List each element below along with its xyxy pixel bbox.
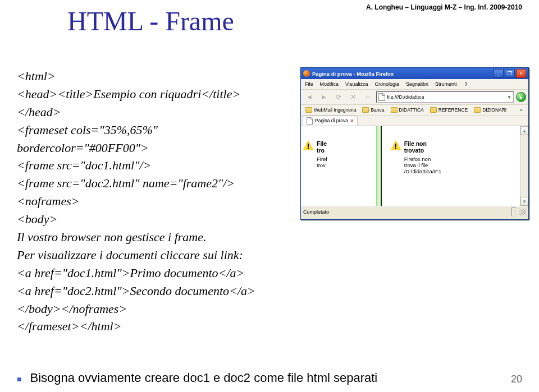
- tabs-row: Pagina di prova ×: [301, 116, 528, 126]
- bookmarks-overflow[interactable]: [518, 106, 526, 114]
- tab[interactable]: Pagina di prova ×: [303, 116, 358, 126]
- window-title: Pagina di prova - Mozilla Firefox: [312, 71, 394, 77]
- warning-heading: File: [317, 140, 327, 147]
- bookmark-item[interactable]: DIZIONARI: [472, 106, 509, 114]
- browser-window: Pagina di prova - Mozilla Firefox _ ❐ × …: [300, 67, 529, 220]
- warning-left: ! File tro Firef trov: [303, 140, 378, 168]
- page-icon: [307, 117, 313, 124]
- code-line: <a href="doc2.html">Secondo documento</a…: [17, 282, 331, 300]
- frame-left: ! File tro Firef trov: [301, 126, 381, 206]
- nav-toolbar: ◄ ► ⟳ ✕ ⌂ file:///D:/didattica ▼ ▸: [301, 90, 528, 105]
- code-line: <frame src="doc1.html"/>: [17, 156, 331, 174]
- attribution: A. Longheu – Linguaggi M-Z – Ing. Inf. 2…: [366, 3, 522, 11]
- warning-heading: File non trovato: [404, 140, 442, 154]
- content-frameset: ! File tro Firef trov ! File non trovato…: [301, 126, 528, 206]
- code-line: Il vostro browser non gestisce i frame.: [17, 228, 331, 246]
- titlebar[interactable]: Pagina di prova - Mozilla Firefox _ ❐ ×: [301, 68, 528, 79]
- page-icon: [378, 93, 385, 101]
- warning-heading2: tro: [317, 147, 327, 154]
- go-button[interactable]: ▸: [516, 92, 526, 102]
- warning-body: Firefox non trova il file /D:/didattica/…: [404, 156, 442, 174]
- menu-edit[interactable]: Modifica: [317, 80, 342, 88]
- status-text: Completato: [303, 209, 329, 215]
- folder-icon: [474, 107, 481, 113]
- page-number: 20: [511, 373, 522, 385]
- code-line: </frameset></html>: [17, 317, 331, 335]
- folder-icon: [430, 107, 437, 113]
- menubar: File Modifica Visualizza Cronologia Segn…: [301, 79, 528, 90]
- menu-file[interactable]: File: [302, 80, 316, 88]
- bookmark-item[interactable]: Banca: [360, 106, 386, 114]
- resize-grip[interactable]: [519, 209, 526, 215]
- bookmark-item[interactable]: REFERENCE: [428, 106, 470, 114]
- minimize-button[interactable]: _: [494, 69, 504, 78]
- vertical-scrollbar[interactable]: ▲ ▼: [520, 126, 528, 206]
- statusbar: Completato: [301, 206, 528, 217]
- menu-help[interactable]: ?: [462, 80, 470, 88]
- code-line: <a href="doc1.html">Primo documento</a>: [17, 264, 331, 282]
- slide-title: HTML - Frame: [67, 6, 234, 36]
- code-line: <body>: [17, 210, 331, 228]
- code-line: <frame src="doc2.html" name="frame2"/>: [17, 174, 331, 192]
- scroll-down-button[interactable]: ▼: [520, 197, 528, 206]
- folder-icon: [305, 107, 312, 113]
- reload-button[interactable]: ⟳: [332, 91, 345, 103]
- forward-button[interactable]: ►: [318, 91, 330, 103]
- warning-body: Firef trov: [317, 156, 327, 168]
- bookmark-item[interactable]: WebMail Ingegneria: [303, 106, 358, 114]
- home-button[interactable]: ⌂: [362, 91, 374, 103]
- scroll-track[interactable]: [520, 135, 528, 197]
- code-block: <html> <head><title>Esempio con riquadri…: [17, 67, 331, 335]
- warning-right: ! File non trovato Firefox non trova il …: [391, 140, 526, 174]
- bookmark-item[interactable]: DIDATTICA: [389, 106, 426, 114]
- stop-button[interactable]: ✕: [347, 91, 359, 103]
- url-field[interactable]: file:///D:/didattica ▼: [376, 91, 514, 103]
- folder-icon: [362, 107, 369, 113]
- warning-icon: !: [303, 140, 313, 150]
- code-line: bordercolor="#00FF00">: [17, 139, 331, 157]
- warning-icon: !: [391, 140, 401, 150]
- code-line: <html>: [17, 67, 331, 85]
- back-button[interactable]: ◄: [303, 91, 316, 103]
- status-cell: [511, 207, 516, 216]
- close-tab-icon[interactable]: ×: [350, 118, 354, 124]
- scroll-up-button[interactable]: ▲: [520, 126, 528, 135]
- frame-right: ! File non trovato Firefox non trova il …: [381, 126, 528, 206]
- dropdown-icon[interactable]: ▼: [507, 95, 511, 100]
- code-line: <noframes>: [17, 192, 331, 210]
- code-line: </body></noframes>: [17, 300, 331, 318]
- folder-icon: [391, 107, 398, 113]
- tab-label: Pagina di prova: [315, 118, 348, 123]
- url-text: file:///D:/didattica: [387, 94, 424, 100]
- maximize-button[interactable]: ❐: [505, 69, 515, 78]
- menu-view[interactable]: Visualizza: [342, 80, 371, 88]
- code-line: Per visualizzare i documenti cliccare su…: [17, 246, 331, 264]
- menu-tools[interactable]: Strumenti: [432, 80, 460, 88]
- bullet-text: Bisogna ovviamente creare doc1 e doc2 co…: [17, 371, 377, 385]
- menu-bookmarks[interactable]: Segnalibri: [403, 80, 431, 88]
- code-line: <head><title>Esempio con riquadri</title…: [17, 85, 331, 103]
- code-line: <frameset cols="35%,65%": [17, 121, 331, 139]
- bookmarks-toolbar: WebMail Ingegneria Banca DIDATTICA REFER…: [301, 105, 528, 116]
- menu-history[interactable]: Cronologia: [372, 80, 402, 88]
- close-button[interactable]: ×: [516, 69, 526, 78]
- firefox-icon: [303, 70, 310, 77]
- code-line: </head>: [17, 103, 331, 121]
